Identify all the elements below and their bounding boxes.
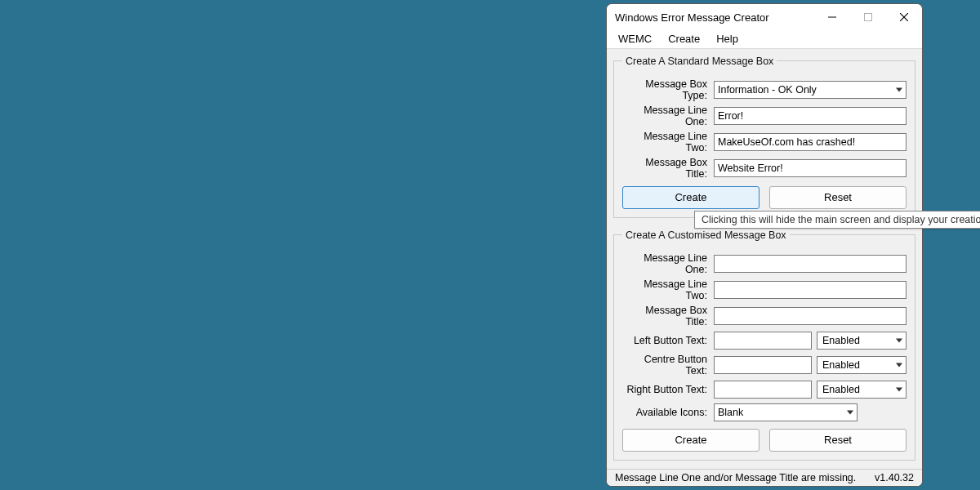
chevron-down-icon xyxy=(896,387,902,391)
available-icons-combo[interactable]: Blank xyxy=(714,403,858,421)
centre-button-text-input[interactable] xyxy=(714,356,812,374)
client-area: Create A Standard Message Box Message Bo… xyxy=(607,49,922,469)
centre-button-state-combo[interactable]: Enabled xyxy=(817,356,906,374)
label-left-button: Left Button Text: xyxy=(622,335,714,346)
label-custom-line-one: Message Line One: xyxy=(622,252,714,275)
msgbox-type-combo[interactable]: Information - OK Only xyxy=(714,81,906,99)
right-button-text-input[interactable] xyxy=(714,381,812,399)
custom-reset-button[interactable]: Reset xyxy=(769,429,906,452)
line-one-input[interactable] xyxy=(714,107,906,125)
label-right-button: Right Button Text: xyxy=(622,384,714,395)
custom-group: Create A Customised Message Box Message … xyxy=(613,229,915,461)
standard-reset-button[interactable]: Reset xyxy=(769,186,906,209)
label-msgbox-type: Message Box Type: xyxy=(622,78,714,101)
standard-group: Create A Standard Message Box Message Bo… xyxy=(613,56,915,218)
custom-legend: Create A Customised Message Box xyxy=(622,229,790,241)
line-two-input[interactable] xyxy=(714,133,906,151)
statusbar: Message Line One and/or Message Title ar… xyxy=(607,469,922,486)
chevron-down-icon xyxy=(896,363,902,367)
menubar: WEMC Create Help xyxy=(607,30,922,49)
version-label: v1.40.32 xyxy=(875,472,914,483)
menu-help[interactable]: Help xyxy=(708,31,746,47)
label-custom-line-two: Message Line Two: xyxy=(622,278,714,301)
left-button-text-input[interactable] xyxy=(714,332,812,350)
status-message: Message Line One and/or Message Title ar… xyxy=(615,472,856,483)
custom-title-input[interactable] xyxy=(714,307,906,325)
menu-wemc[interactable]: WEMC xyxy=(610,31,660,47)
menu-create[interactable]: Create xyxy=(660,31,708,47)
window-title: Windows Error Message Creator xyxy=(615,11,814,24)
maximize-button[interactable] xyxy=(850,4,886,30)
create-button-tooltip: Clicking this will hide the main screen … xyxy=(694,211,980,229)
standard-create-button[interactable]: Create xyxy=(622,186,760,209)
titlebar: Windows Error Message Creator xyxy=(607,4,922,30)
custom-create-button[interactable]: Create xyxy=(622,429,760,452)
custom-line-two-input[interactable] xyxy=(714,281,906,299)
label-msgbox-title: Message Box Title: xyxy=(622,157,714,180)
chevron-down-icon xyxy=(896,338,902,342)
label-line-two: Message Line Two: xyxy=(622,131,714,154)
chevron-down-icon xyxy=(896,87,902,91)
label-custom-title: Message Box Title: xyxy=(622,305,714,327)
chevron-down-icon xyxy=(847,410,853,414)
msgbox-title-input[interactable] xyxy=(714,159,906,177)
standard-legend: Create A Standard Message Box xyxy=(622,56,777,67)
left-button-state-combo[interactable]: Enabled xyxy=(817,332,906,350)
minimize-button[interactable] xyxy=(814,4,850,30)
label-line-one: Message Line One: xyxy=(622,105,714,127)
custom-line-one-input[interactable] xyxy=(714,255,906,273)
label-centre-button: Centre Button Text: xyxy=(622,354,714,376)
label-available-icons: Available Icons: xyxy=(622,407,714,418)
right-button-state-combo[interactable]: Enabled xyxy=(817,381,906,399)
app-window: Windows Error Message Creator WEMC Creat… xyxy=(606,3,923,487)
svg-rect-1 xyxy=(865,14,872,21)
close-button[interactable] xyxy=(886,4,922,30)
